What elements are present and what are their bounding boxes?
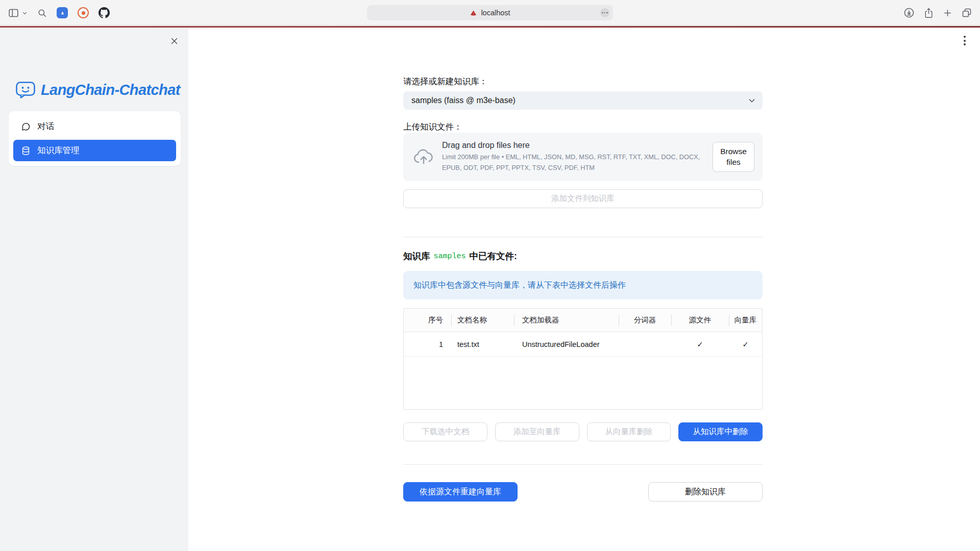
github-extension-icon[interactable]: [99, 7, 110, 18]
col-header-index[interactable]: 序号: [404, 309, 451, 332]
download-selected-button[interactable]: 下载选中文档: [403, 422, 487, 441]
sidebar-item-dialogue[interactable]: 对话: [13, 116, 176, 137]
col-header-source[interactable]: 源文件: [671, 309, 729, 332]
chatbot-logo-icon: [15, 81, 36, 99]
files-table[interactable]: 序号 文档名称 文档加载器 分词器 源文件 向量库 1 test.txt Uns…: [403, 308, 763, 410]
cell-vector-check[interactable]: ✓: [729, 332, 762, 356]
table-action-buttons: 下载选中文档 添加至向量库 从向量库删除 从知识库中删除: [403, 422, 763, 441]
kb-select-value: samples (faiss @ m3e-base): [411, 96, 516, 105]
address-bar[interactable]: localhost: [367, 5, 613, 20]
sidebar-close-button[interactable]: [167, 34, 181, 48]
add-files-to-kb-button[interactable]: 添加文件到知识库: [403, 189, 763, 208]
sidebar-icon: [8, 8, 19, 18]
upload-label: 上传知识文件：: [403, 121, 763, 133]
delete-kb-button[interactable]: 删除知识库: [648, 482, 763, 502]
rebuild-vector-store-button[interactable]: 依据源文件重建向量库: [403, 482, 518, 502]
kb-name-code: samples: [434, 252, 466, 261]
page-settings-icon[interactable]: [600, 8, 609, 17]
app-logo: LangChain-Chatchat: [15, 81, 180, 99]
cell-splitter[interactable]: [619, 332, 671, 356]
app-menu-button[interactable]: [962, 34, 968, 47]
divider: [403, 464, 763, 465]
heading-prefix: 知识库: [403, 250, 430, 262]
sidebar-item-label: 对话: [37, 121, 54, 132]
cell-source-check[interactable]: ✓: [671, 332, 729, 356]
chevron-down-icon: [748, 96, 756, 105]
cloud-upload-icon: [413, 149, 434, 165]
sidebar: LangChain-Chatchat 对话 知识库管理: [0, 28, 188, 551]
extension-blue-icon[interactable]: [57, 7, 68, 18]
cell-index[interactable]: 1: [404, 332, 451, 356]
kb-select-label: 请选择或新建知识库：: [403, 76, 763, 87]
database-icon: [21, 146, 31, 156]
tab-overview-icon[interactable]: [962, 8, 972, 18]
col-header-vector[interactable]: 向量库: [729, 309, 762, 332]
address-url: localhost: [481, 9, 510, 17]
site-favicon: [470, 9, 477, 17]
sidebar-item-knowledge-base[interactable]: 知识库管理: [13, 140, 176, 161]
search-button[interactable]: [37, 8, 47, 18]
sidebar-toggle-button[interactable]: [8, 8, 28, 18]
file-uploader-dropzone[interactable]: Drag and drop files here Limit 200MB per…: [403, 133, 763, 181]
dropzone-title: Drag and drop files here: [442, 141, 713, 150]
main-content: 请选择或新建知识库： samples (faiss @ m3e-base) 上传…: [403, 28, 763, 551]
chevron-down-icon: [22, 10, 28, 16]
col-header-loader[interactable]: 文档加载器: [514, 309, 619, 332]
col-header-doc-name[interactable]: 文档名称: [451, 309, 514, 332]
cell-doc-name[interactable]: test.txt: [451, 332, 514, 356]
browser-toolbar: localhost: [0, 0, 980, 26]
sidebar-nav: 对话 知识库管理: [9, 111, 181, 166]
divider: [403, 237, 763, 237]
browse-files-button[interactable]: Browse files: [713, 142, 754, 172]
kb-bottom-actions: 依据源文件重建向量库 删除知识库: [403, 482, 763, 502]
table-header-row: 序号 文档名称 文档加载器 分词器 源文件 向量库: [404, 309, 762, 332]
remove-from-vector-store-button[interactable]: 从向量库删除: [587, 422, 671, 441]
info-banner: 知识库中包含源文件与向量库，请从下表中选择文件后操作: [403, 271, 763, 299]
share-icon[interactable]: [924, 8, 934, 18]
chat-bubble-icon: [21, 122, 31, 132]
app-logo-text: LangChain-Chatchat: [41, 82, 180, 98]
dropzone-hint: Limit 200MB per file • EML, HTML, JSON, …: [442, 152, 707, 173]
add-to-vector-store-button[interactable]: 添加至向量库: [495, 422, 579, 441]
new-tab-icon[interactable]: [943, 8, 952, 18]
col-header-splitter[interactable]: 分词器: [619, 309, 671, 332]
extension-orange-icon[interactable]: [78, 7, 89, 18]
table-row[interactable]: 1 test.txt UnstructuredFileLoader ✓ ✓: [404, 332, 762, 357]
kb-select[interactable]: samples (faiss @ m3e-base): [403, 91, 763, 110]
cell-loader[interactable]: UnstructuredFileLoader: [514, 332, 619, 356]
sidebar-item-label: 知识库管理: [37, 145, 80, 156]
top-decoration: [0, 26, 980, 28]
delete-from-kb-button[interactable]: 从知识库中删除: [678, 422, 763, 441]
downloads-icon[interactable]: [903, 7, 915, 18]
kb-files-heading: 知识库 samples 中已有文件:: [403, 250, 763, 262]
heading-suffix: 中已有文件:: [470, 250, 517, 262]
